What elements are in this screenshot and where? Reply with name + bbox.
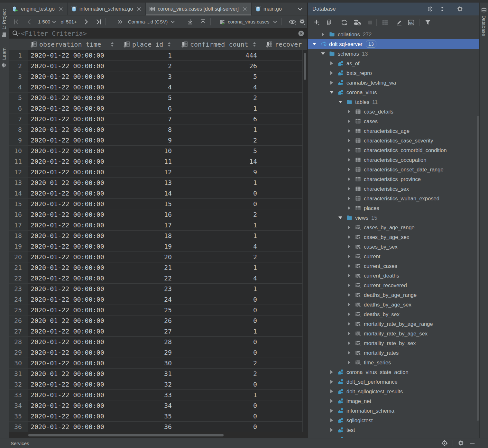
cell-recovered-count[interactable] bbox=[259, 315, 303, 326]
cell-place-id[interactable]: 6 bbox=[117, 103, 174, 114]
cell-place-id[interactable]: 3 bbox=[117, 71, 174, 82]
cell-confirmed-count[interactable]: 1 bbox=[174, 262, 259, 273]
tree-item-cases[interactable]: cases bbox=[308, 116, 479, 126]
cell-confirmed-count[interactable]: 2 bbox=[174, 209, 259, 220]
first-page-button[interactable] bbox=[13, 18, 20, 25]
row-number[interactable]: 8 bbox=[9, 124, 28, 135]
cell-confirmed-count[interactable]: 1 bbox=[174, 326, 259, 337]
cell-recovered-count[interactable] bbox=[259, 71, 303, 82]
cell-recovered-count[interactable] bbox=[259, 326, 303, 337]
expand-arrow-icon[interactable] bbox=[320, 32, 326, 36]
tree-item-test[interactable]: test bbox=[308, 425, 479, 435]
sidebar-item-learn[interactable]: Learn bbox=[1, 48, 7, 68]
cell-observation-time[interactable]: 2020-01-22 00:00:00 bbox=[28, 114, 117, 124]
tree-item-dolt_sqllogictest_results[interactable]: dolt_sqllogictest_results bbox=[308, 387, 479, 396]
row-number[interactable]: 3 bbox=[9, 71, 28, 82]
cell-recovered-count[interactable] bbox=[259, 347, 303, 358]
tree-item-characteristics_comorbid_condition[interactable]: characteristics_comorbid_condition bbox=[308, 145, 479, 155]
row-number[interactable]: 28 bbox=[9, 337, 28, 347]
cell-observation-time[interactable]: 2020-01-22 00:00:00 bbox=[28, 231, 117, 241]
tree-item-characteristics_province[interactable]: characteristics_province bbox=[308, 174, 479, 184]
cell-recovered-count[interactable] bbox=[259, 156, 303, 167]
cell-recovered-count[interactable] bbox=[259, 82, 303, 93]
tree-item-sqllogictest[interactable]: sqllogictest bbox=[308, 416, 479, 425]
cell-observation-time[interactable]: 2020-01-22 00:00:00 bbox=[28, 167, 117, 178]
expand-arrow-icon[interactable] bbox=[346, 187, 352, 191]
cell-recovered-count[interactable] bbox=[259, 358, 303, 369]
page-range-dropdown[interactable]: 1-500 bbox=[38, 19, 50, 24]
collapse-arrow-icon[interactable] bbox=[337, 216, 343, 219]
row-number[interactable]: 36 bbox=[9, 422, 28, 432]
cell-confirmed-count[interactable]: 2 bbox=[174, 252, 259, 262]
row-number[interactable]: 25 bbox=[9, 305, 28, 315]
collapse-arrow-icon[interactable] bbox=[320, 52, 326, 55]
expand-arrow-icon[interactable] bbox=[346, 148, 352, 152]
cell-observation-time[interactable]: 2020-01-22 00:00:00 bbox=[28, 262, 117, 273]
cell-recovered-count[interactable] bbox=[259, 294, 303, 305]
expand-arrow-icon[interactable] bbox=[346, 361, 352, 364]
row-number[interactable]: 2 bbox=[9, 61, 28, 71]
cell-confirmed-count[interactable]: 5 bbox=[174, 71, 259, 82]
row-number[interactable]: 21 bbox=[9, 262, 28, 273]
column-header-place_id[interactable]: place_id bbox=[117, 39, 174, 50]
cell-recovered-count[interactable] bbox=[259, 209, 303, 220]
tree-item-deaths_by_age_range[interactable]: deaths_by_age_range bbox=[308, 290, 479, 300]
hidden-tabs-chevron[interactable] bbox=[297, 3, 307, 15]
cell-place-id[interactable]: 23 bbox=[117, 284, 174, 294]
cell-place-id[interactable]: 17 bbox=[117, 220, 174, 231]
edit-button[interactable] bbox=[396, 19, 403, 26]
cell-recovered-count[interactable] bbox=[259, 379, 303, 390]
cell-place-id[interactable]: 16 bbox=[117, 209, 174, 220]
cell-place-id[interactable]: 29 bbox=[117, 347, 174, 358]
row-number[interactable]: 17 bbox=[9, 220, 28, 231]
cell-confirmed-count[interactable]: 1 bbox=[174, 231, 259, 241]
clear-filter-icon[interactable] bbox=[298, 30, 305, 37]
row-number[interactable]: 19 bbox=[9, 241, 28, 252]
expand-arrow-icon[interactable] bbox=[329, 409, 335, 413]
tree-item-cases_by_sex[interactable]: cases_by_sex bbox=[308, 242, 479, 251]
tree-item-characteristics_case_severity[interactable]: characteristics_case_severity bbox=[308, 136, 479, 145]
cell-observation-time[interactable]: 2020-01-22 00:00:00 bbox=[28, 400, 117, 411]
expand-arrow-icon[interactable] bbox=[346, 341, 352, 345]
sort-arrows-icon[interactable] bbox=[167, 41, 171, 48]
cell-place-id[interactable]: 10 bbox=[117, 146, 174, 156]
cell-confirmed-count[interactable]: 444 bbox=[174, 50, 259, 61]
services-label[interactable]: Services bbox=[11, 441, 29, 446]
cell-recovered-count[interactable] bbox=[259, 252, 303, 262]
chevron-down-icon[interactable] bbox=[51, 19, 57, 24]
cell-place-id[interactable]: 32 bbox=[117, 379, 174, 390]
cell-observation-time[interactable]: 2020-01-22 00:00:00 bbox=[28, 50, 117, 61]
cell-recovered-count[interactable] bbox=[259, 305, 303, 315]
expand-arrow-icon[interactable] bbox=[329, 380, 335, 384]
filter-button[interactable] bbox=[424, 19, 431, 26]
cell-recovered-count[interactable] bbox=[259, 411, 303, 422]
import-data-button[interactable] bbox=[199, 18, 207, 25]
cell-confirmed-count[interactable]: 14 bbox=[174, 156, 259, 167]
cell-confirmed-count[interactable]: 26 bbox=[174, 61, 259, 71]
chevron-down-icon[interactable] bbox=[272, 19, 278, 24]
row-number[interactable]: 4 bbox=[9, 82, 28, 93]
row-number[interactable]: 13 bbox=[9, 178, 28, 188]
editor-tab-1[interactable]: information_schema.go bbox=[68, 3, 146, 15]
cell-place-id[interactable]: 7 bbox=[117, 114, 174, 124]
expand-arrow-icon[interactable] bbox=[346, 110, 352, 114]
cell-observation-time[interactable]: 2020-01-22 00:00:00 bbox=[28, 284, 117, 294]
tree-item-mortality_rate_by_age_sex[interactable]: mortality_rate_by_age_sex bbox=[308, 329, 479, 338]
row-number[interactable]: 15 bbox=[9, 199, 28, 209]
cell-observation-time[interactable]: 2020-01-22 00:00:00 bbox=[28, 411, 117, 422]
tree-item-as_of[interactable]: as_of bbox=[308, 59, 479, 68]
cell-recovered-count[interactable] bbox=[259, 61, 303, 71]
tree-item-tables[interactable]: tables 11 bbox=[308, 97, 479, 107]
cell-confirmed-count[interactable]: 2 bbox=[174, 369, 259, 379]
last-page-button[interactable] bbox=[95, 18, 102, 25]
cell-confirmed-count[interactable]: 1 bbox=[174, 220, 259, 231]
expand-arrow-icon[interactable] bbox=[329, 428, 335, 432]
cell-place-id[interactable]: 4 bbox=[117, 82, 174, 93]
filter-criteria-input[interactable]: <Filter Criteria> bbox=[21, 30, 87, 37]
row-number[interactable]: 30 bbox=[9, 358, 28, 369]
cell-observation-time[interactable]: 2020-01-22 00:00:00 bbox=[28, 103, 117, 114]
cell-confirmed-count[interactable]: 0 bbox=[174, 347, 259, 358]
locate-icon[interactable] bbox=[441, 440, 448, 447]
cell-observation-time[interactable]: 2020-01-22 00:00:00 bbox=[28, 358, 117, 369]
cell-place-id[interactable]: 18 bbox=[117, 231, 174, 241]
